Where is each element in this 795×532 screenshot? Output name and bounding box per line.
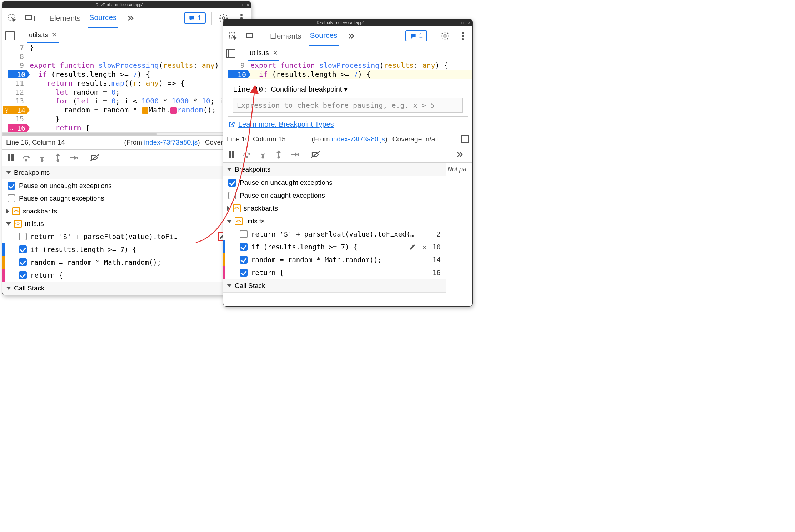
step-over-button[interactable]	[21, 152, 32, 163]
issues-counter[interactable]: 1	[184, 12, 206, 24]
gutter-line[interactable]: 7	[2, 43, 28, 52]
tab-sources[interactable]: Sources	[88, 8, 118, 28]
source-map-link[interactable]: index-73f73a80.js	[144, 138, 198, 146]
step-button[interactable]	[68, 152, 79, 163]
checkbox-icon[interactable]	[8, 182, 15, 190]
pause-caught-row[interactable]: Pause on caught exceptions	[223, 189, 446, 202]
minimize-button[interactable]: —	[233, 2, 236, 7]
maximize-button[interactable]: □	[240, 2, 242, 7]
gutter-line[interactable]: 14	[2, 106, 28, 115]
inspect-icon[interactable]	[227, 30, 239, 42]
breakpoint-item[interactable]: random = random * Math.random();14	[223, 253, 446, 266]
h-scrollbar[interactable]	[2, 132, 251, 135]
more-tabs-icon[interactable]	[345, 30, 357, 42]
source-map-link[interactable]: index-73f73a80.js	[332, 135, 385, 143]
step-out-button[interactable]	[52, 152, 63, 163]
bp-file-utils[interactable]: <> utils.ts	[2, 218, 251, 230]
step-over-button[interactable]	[242, 149, 252, 160]
code-line[interactable]: if (results.length >= 7) {	[28, 70, 251, 79]
deactivate-breakpoints-button[interactable]	[89, 152, 100, 163]
issues-counter[interactable]: 1	[405, 30, 427, 41]
gutter-line[interactable]: 9	[223, 61, 248, 70]
checkbox-icon[interactable]	[228, 192, 236, 199]
breakpoint-item[interactable]: random = random * Math.random();14	[2, 256, 251, 269]
collapse-icon[interactable]	[461, 135, 469, 143]
breakpoints-header[interactable]: Breakpoints	[223, 163, 446, 176]
file-tab-utils[interactable]: utils.ts ✕	[248, 46, 279, 61]
file-tab-utils[interactable]: utils.ts ✕	[28, 28, 59, 43]
tab-elements[interactable]: Elements	[48, 9, 82, 27]
code-line[interactable]: return results.map((r: any) => {	[28, 79, 251, 88]
breakpoints-header[interactable]: Breakpoints	[2, 166, 251, 179]
code-line[interactable]: }	[28, 43, 251, 52]
gutter-line[interactable]: 13	[2, 97, 28, 106]
gutter-line[interactable]: 10	[223, 70, 248, 79]
step-into-button[interactable]	[37, 152, 48, 163]
code-line[interactable]: }	[28, 115, 251, 123]
kebab-icon[interactable]	[457, 30, 469, 42]
bp-file-snackbar[interactable]: <> snackbar.ts	[223, 202, 446, 215]
code-line[interactable]: export function slowProcessing(results: …	[28, 61, 251, 70]
checkbox-icon[interactable]	[240, 243, 248, 251]
bp-condition-input[interactable]: Expression to check before pausing, e.g.…	[233, 98, 463, 113]
breakpoint-item[interactable]: return {16	[223, 266, 446, 279]
more-tabs-icon[interactable]	[124, 12, 136, 24]
tab-elements[interactable]: Elements	[269, 27, 303, 45]
pause-button[interactable]	[226, 149, 237, 160]
device-icon[interactable]	[245, 30, 257, 42]
bp-type-dropdown[interactable]: Conditional breakpoint ▾	[271, 85, 348, 93]
checkbox-icon[interactable]	[19, 245, 27, 253]
tab-sources[interactable]: Sources	[309, 26, 339, 46]
inspect-icon[interactable]	[6, 12, 18, 24]
deactivate-breakpoints-button[interactable]	[310, 149, 321, 160]
gutter-line[interactable]: 15	[2, 115, 28, 123]
minimize-button[interactable]: —	[455, 20, 457, 25]
pause-uncaught-row[interactable]: Pause on uncaught exceptions	[2, 179, 251, 192]
breakpoint-item[interactable]: if (results.length >= 7) {10	[2, 243, 251, 256]
callstack-header[interactable]: Call Stack	[223, 279, 446, 293]
gutter-line[interactable]: 10	[2, 70, 28, 79]
breakpoint-item[interactable]: return {16	[2, 269, 251, 282]
gutter-line[interactable]: 12	[2, 88, 28, 97]
code-line[interactable]	[28, 52, 251, 61]
step-out-button[interactable]	[273, 149, 284, 160]
bp-file-snackbar[interactable]: <> snackbar.ts	[2, 205, 251, 217]
gutter-line[interactable]: 9	[2, 61, 28, 70]
close-button[interactable]: ✕	[468, 20, 470, 25]
pause-caught-row[interactable]: Pause on caught exceptions	[2, 192, 251, 205]
remove-breakpoint-icon[interactable]: ✕	[420, 243, 429, 251]
gutter-line[interactable]: 8	[2, 52, 28, 61]
breakpoint-item[interactable]: if (results.length >= 7) {✕10	[223, 240, 446, 253]
step-into-button[interactable]	[258, 149, 268, 160]
edit-breakpoint-icon[interactable]	[408, 243, 417, 251]
step-button[interactable]	[289, 149, 300, 160]
bp-file-utils[interactable]: <> utils.ts	[223, 215, 446, 228]
checkbox-icon[interactable]	[228, 179, 236, 187]
breakpoint-item[interactable]: return '$' + parseFloat(value).toFixed(……	[223, 228, 446, 240]
close-tab-icon[interactable]: ✕	[272, 49, 278, 57]
breakpoint-item[interactable]: return '$' + parseFloat(value).toFi…✕2	[2, 230, 251, 243]
code-line[interactable]: random = random * Math.random();	[28, 106, 251, 115]
pause-button[interactable]	[5, 152, 16, 163]
gutter-line[interactable]: 11	[2, 79, 28, 88]
code-line[interactable]: if (results.length >= 7) {	[248, 70, 472, 79]
code-line[interactable]: export function slowProcessing(results: …	[248, 61, 472, 70]
code-line[interactable]: let random = 0;	[28, 88, 251, 97]
maximize-button[interactable]: □	[461, 20, 464, 25]
code-line[interactable]: for (let i = 0; i < 1000 * 1000 * 10; i…	[28, 97, 251, 106]
panel-toggle-icon[interactable]	[5, 31, 15, 40]
checkbox-icon[interactable]	[8, 194, 15, 202]
close-button[interactable]: ✕	[246, 2, 249, 7]
device-icon[interactable]	[24, 12, 36, 24]
close-tab-icon[interactable]: ✕	[52, 31, 57, 39]
code-line[interactable]: return {	[28, 123, 251, 132]
gear-icon[interactable]	[439, 30, 451, 42]
checkbox-icon[interactable]	[19, 233, 27, 240]
learn-more-link[interactable]: Learn more: Breakpoint Types	[228, 120, 468, 128]
callstack-header[interactable]: Call Stack	[2, 282, 251, 295]
checkbox-icon[interactable]	[19, 271, 27, 279]
code-editor[interactable]: 78910111213141516}export function slowPr…	[2, 43, 251, 135]
checkbox-icon[interactable]	[19, 258, 27, 266]
more-panes-icon[interactable]	[446, 146, 472, 163]
pause-uncaught-row[interactable]: Pause on uncaught exceptions	[223, 176, 446, 189]
